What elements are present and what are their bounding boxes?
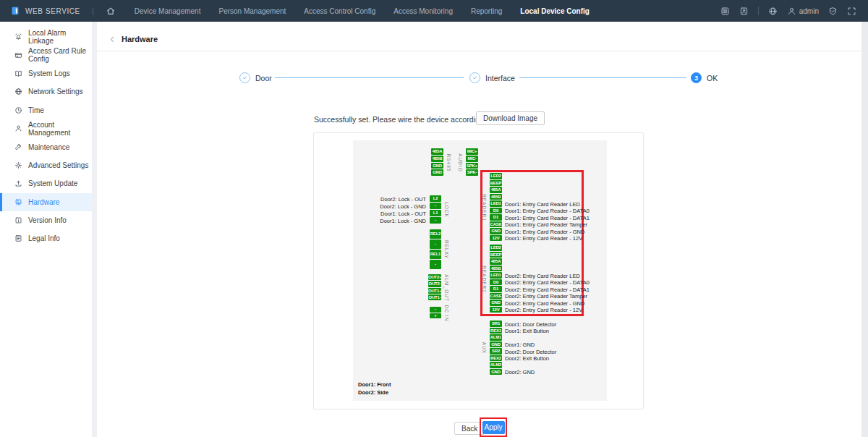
pin-annotation: Door2: Door Detector <box>505 348 556 355</box>
sidebar-item-maintenance[interactable]: Maintenance <box>0 137 92 156</box>
step-connector-line-2 <box>519 77 686 78</box>
pin-row: MIC+ <box>466 148 478 156</box>
pin-row: 12VDoor2: Entry Card Reader - 12V <box>490 307 502 314</box>
connector-rs485: 485A485BGNDGNDRS485 <box>431 148 443 177</box>
pin-row: 485A <box>431 148 443 156</box>
sidebar-item-system-logs[interactable]: System Logs <box>0 64 92 82</box>
connector-alm_out: OUT2+OUT2-OUT1+OUT1-ALM_OUT <box>428 274 441 301</box>
pin-row: -Door1: Lock - GND <box>430 217 441 224</box>
hardware-icon <box>14 198 22 206</box>
pin-row: LED2 <box>490 173 502 180</box>
step-label: Door <box>255 74 272 82</box>
back-chevron-icon[interactable] <box>109 35 116 43</box>
apps-grid-icon[interactable] <box>720 7 730 16</box>
sidebar-item-advanced-settings[interactable]: Advanced Settings <box>0 156 92 174</box>
shield-icon[interactable] <box>828 7 838 16</box>
sidebar-item-hardware[interactable]: Hardware <box>0 193 92 211</box>
legal-info-icon <box>14 234 22 242</box>
pin-annotation: Door2: Entry Card Reader - 12V <box>505 307 582 313</box>
apply-highlight-box: Apply <box>480 417 507 437</box>
maintenance-icon <box>14 143 22 151</box>
pin-reader2-d0: D0 <box>490 279 502 286</box>
pin-row: REX1Door1: Exit Button <box>490 328 502 335</box>
pin-row: OUT1- <box>428 294 441 301</box>
nav-item-local-device-config[interactable]: Local Device Config <box>520 7 590 15</box>
pin-row: - <box>430 260 441 270</box>
pin-row: GND <box>431 169 443 177</box>
pin-row: SPK- <box>466 169 478 177</box>
pin-reader1-12v: 12V <box>490 235 502 242</box>
pin-reader1-led1: LED1 <box>490 200 502 207</box>
pin-aux-rex2: REX2 <box>490 355 502 362</box>
pin-annotation: Door2: Lock - OUT <box>380 196 426 203</box>
device-badge-icon[interactable] <box>739 7 749 16</box>
user-menu[interactable]: admin <box>787 7 819 16</box>
connector-audio: MIC+MIC-SPK+SPK-AUDIO <box>466 148 478 177</box>
page-title: Hardware <box>122 35 158 43</box>
pin-row: CASEDoor2: Entry Card Reader Tamper <box>490 293 502 300</box>
sidebar: Local Alarm LinkageAccess Card Rule Conf… <box>0 22 92 437</box>
door1-location: Door1: Front <box>358 381 391 389</box>
download-image-button[interactable]: Download Image <box>476 111 545 125</box>
pin-annotation: Door2: Entry Card Reader - GND <box>505 300 584 306</box>
app-logo-icon <box>10 6 20 16</box>
connector-label-lock: LOCK <box>444 202 449 218</box>
connector-dc_in: -+DC IN <box>430 307 441 319</box>
pin-alm-out-out2: OUT2+ <box>428 274 441 280</box>
connector-label-aux: AUX <box>482 342 487 354</box>
sidebar-gutter <box>92 22 97 437</box>
page-scrollbar[interactable] <box>861 22 868 437</box>
sidebar-item-version-info[interactable]: Version Info <box>0 211 92 229</box>
nav-item-reporting[interactable]: Reporting <box>471 7 502 15</box>
pin-dc-in: - <box>430 307 441 313</box>
pin-aux-sr2: SR2 <box>490 348 502 355</box>
sidebar-item-legal-info[interactable]: Legal Info <box>0 229 92 247</box>
alarm-icon <box>14 33 22 41</box>
pin-annotation: Door1: Lock - GND <box>380 218 426 224</box>
wiring-diagram: Door1: Front Door2: Side 485A485BGNDGNDR… <box>353 140 607 401</box>
pin-row: GND <box>431 163 443 170</box>
pin-reader2-led2: LED2 <box>490 245 502 251</box>
sidebar-item-label: Advanced Settings <box>28 161 88 169</box>
pin-relay: - <box>430 239 441 249</box>
nav-item-access-monitoring[interactable]: Access Monitoring <box>393 7 453 15</box>
pin-row: GNDDoor1: GND <box>490 341 502 349</box>
home-icon[interactable] <box>106 6 116 16</box>
pin-row: OUT1+ <box>428 288 441 294</box>
sidebar-item-system-update[interactable]: System Update <box>0 174 92 192</box>
apply-button[interactable]: Apply <box>482 421 505 434</box>
nav-item-person-management[interactable]: Person Management <box>218 7 286 15</box>
pin-row: + <box>430 313 441 320</box>
pin-audio-mic: MIC- <box>466 156 478 162</box>
nav-item-access-control-config[interactable]: Access Control Config <box>304 7 375 15</box>
pin-aux-sr1: SR1 <box>490 321 502 327</box>
pin-dc-in: + <box>430 313 441 319</box>
fullscreen-icon[interactable] <box>847 7 856 16</box>
pin-row: 485B <box>431 156 443 163</box>
pin-reader1-485b: 485B <box>490 194 502 200</box>
pin-row: LED1Door1: Entry Card Reader LED <box>490 200 502 208</box>
pin-reader2-case: CASE <box>490 293 502 300</box>
pin-annotation: Door2: GND <box>505 369 535 376</box>
pin-row: -Door2: Lock - GND <box>430 203 441 210</box>
pin-aux-alm2: ALM2 <box>490 362 502 368</box>
globe-icon[interactable] <box>768 7 778 16</box>
sidebar-item-label: Hardware <box>28 198 59 206</box>
pin-annotation: Door1: Entry Card Reader - 12V <box>505 235 582 242</box>
connector-relay: REL2-REL1-RELAY <box>430 229 441 270</box>
nav-item-device-management[interactable]: Device Management <box>135 7 201 15</box>
pin-reader1-led2: LED2 <box>490 173 502 179</box>
pin-annotation: Door1: Entry Card Reader - GND <box>505 228 584 234</box>
step-label: Interface <box>485 74 515 82</box>
sidebar-item-account-management[interactable]: Account Management <box>0 119 92 137</box>
pin-row: D1Door1: Entry Card Reader - DATA1 <box>490 214 502 221</box>
sidebar-item-network-settings[interactable]: Network Settings <box>0 82 92 101</box>
sidebar-item-access-card-rule-config[interactable]: Access Card Rule Config <box>0 46 92 64</box>
pin-aux-gnd: GND <box>490 341 502 348</box>
sidebar-item-local-alarm-linkage[interactable]: Local Alarm Linkage <box>0 27 92 46</box>
sidebar-item-time[interactable]: Time <box>0 101 92 119</box>
pin-annotation: Door1: Entry Card Reader Tamper <box>505 221 587 228</box>
pin-row: GNDDoor1: Entry Card Reader - GND <box>490 228 502 235</box>
step-door: Door <box>239 72 272 83</box>
pin-row: GNDDoor2: Entry Card Reader - GND <box>490 300 502 307</box>
